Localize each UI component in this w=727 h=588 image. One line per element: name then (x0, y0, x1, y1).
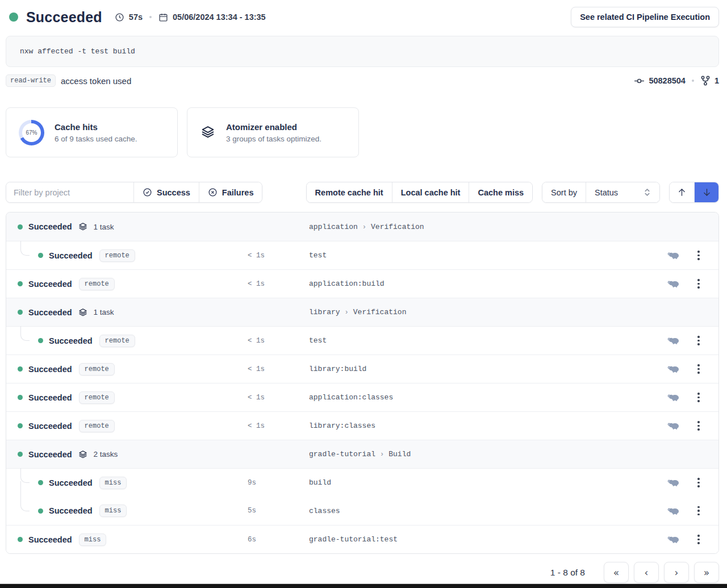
cache-progress-ring: 67% (19, 120, 44, 145)
task-duration: < 1s (248, 422, 309, 430)
task-duration: 6s (248, 536, 309, 544)
task-row[interactable]: Succeededremote< 1stest (6, 241, 718, 269)
row-menu-button[interactable] (687, 333, 711, 348)
separator-dot (149, 16, 152, 18)
filter-toolbar: Success Failures Remote cache hit Local … (6, 182, 719, 203)
prev-page-button[interactable]: ‹ (634, 562, 659, 583)
row-menu-button[interactable] (687, 504, 711, 518)
task-duration: < 1s (248, 365, 309, 373)
run-status-title: Succeeded (26, 9, 102, 26)
row-status-cell: Succeededmiss (18, 469, 248, 497)
run-meta: 57s 05/06/2024 13:34 - 13:35 (115, 12, 266, 22)
branch-count[interactable]: 1 (715, 76, 719, 85)
kebab-icon (695, 476, 702, 490)
sort-group: Sort by Status (542, 182, 660, 203)
cache-status-badge: remote (99, 335, 135, 347)
arrow-down-icon (702, 187, 712, 197)
cache-status-badge: remote (79, 363, 115, 376)
kebab-icon (695, 248, 702, 262)
gradle-icon[interactable] (659, 478, 687, 487)
row-status-cell: Succeededmiss (18, 526, 248, 553)
task-row[interactable]: Succeededremote< 1sapplication:build (6, 269, 718, 298)
status-dot (18, 423, 23, 428)
gradle-icon[interactable] (659, 280, 687, 288)
failures-label: Failures (222, 188, 254, 197)
task-row[interactable]: Succeededmiss5sclasses (6, 497, 718, 525)
gradle-icon[interactable] (659, 393, 687, 402)
gradle-icon[interactable] (659, 507, 687, 515)
cache-status-badge: remote (79, 391, 115, 404)
cache-miss-button[interactable]: Cache miss (469, 182, 532, 202)
vcs-info: 50828504 1 (634, 76, 719, 86)
access-token-badge: read-write (6, 74, 56, 87)
token-row: read-write access token used 50828504 1 (6, 74, 719, 87)
task-row[interactable]: Succeededmiss9sbuild (6, 468, 718, 497)
commit-sha[interactable]: 50828504 (649, 76, 686, 85)
target-name: Build (388, 450, 411, 458)
summary-cards: 67% Cache hits 6 of 9 tasks used cache. … (6, 107, 719, 157)
task-row[interactable]: Succeededremote< 1sapplication:classes (6, 383, 718, 411)
sort-status-select[interactable]: Status (586, 182, 659, 202)
card-subtitle: 6 of 9 tasks used cache. (55, 135, 137, 143)
remote-cache-hit-button[interactable]: Remote cache hit (307, 182, 392, 202)
atomizer-card[interactable]: Atomizer enabled 3 groups of tasks optim… (187, 107, 359, 157)
layers-icon (78, 449, 88, 460)
row-menu-button[interactable] (687, 476, 711, 490)
gradle-icon[interactable] (659, 251, 687, 260)
row-status-cell: Succeeded1 task (18, 212, 248, 241)
task-group-row[interactable]: Succeeded1 tasklibrary›Verification (6, 298, 718, 326)
task-duration: < 1s (248, 280, 309, 288)
row-status-cell: Succeededremote (18, 383, 248, 411)
status-dot (38, 480, 43, 485)
chevron-right-icon: › (345, 308, 349, 316)
task-name: build (309, 478, 659, 487)
local-cache-hit-button[interactable]: Local cache hit (392, 182, 469, 202)
layers-icon (200, 124, 216, 140)
row-status-cell: Succeededremote (18, 241, 248, 269)
next-page-button[interactable]: › (664, 562, 689, 583)
task-group-row[interactable]: Succeeded1 taskapplication›Verification (6, 212, 718, 241)
sort-ascending-button[interactable] (670, 182, 694, 202)
cache-hits-card[interactable]: 67% Cache hits 6 of 9 tasks used cache. (6, 107, 178, 157)
last-page-button[interactable]: » (694, 562, 719, 583)
layers-icon (78, 307, 88, 318)
status-label: Succeeded (49, 251, 93, 260)
row-menu-button[interactable] (687, 532, 711, 547)
task-row[interactable]: Succeededmiss6sgradle-tutorial:test (6, 525, 718, 553)
row-menu-button[interactable] (687, 362, 711, 376)
gradle-icon[interactable] (659, 422, 687, 430)
row-menu-button[interactable] (687, 248, 711, 262)
kebab-icon (695, 362, 702, 376)
status-label: Succeeded (28, 365, 72, 374)
row-status-cell: Succeeded1 task (18, 298, 248, 326)
kebab-icon (695, 333, 702, 348)
card-title: Cache hits (55, 122, 137, 132)
gradle-icon[interactable] (659, 535, 687, 544)
task-name: gradle-tutorial:test (309, 535, 659, 544)
sort-descending-button[interactable] (694, 182, 718, 202)
row-menu-button[interactable] (687, 277, 711, 291)
task-row[interactable]: Succeededremote< 1slibrary:classes (6, 411, 718, 440)
cache-status-badge: remote (99, 249, 135, 262)
filter-by-project-input[interactable] (6, 182, 133, 202)
task-count: 1 task (94, 223, 114, 231)
failures-filter-button[interactable]: Failures (199, 182, 262, 202)
gradle-icon[interactable] (659, 336, 687, 345)
task-name: test (309, 336, 659, 345)
see-related-pipeline-button[interactable]: See related CI Pipeline Execution (571, 7, 719, 27)
x-circle-icon (208, 187, 218, 197)
tree-connector (20, 327, 32, 355)
task-row[interactable]: Succeededremote< 1stest (6, 326, 718, 355)
project-name: library (309, 308, 340, 316)
bottom-bar (0, 583, 727, 588)
status-label: Succeeded (28, 308, 72, 317)
task-row[interactable]: Succeededremote< 1slibrary:build (6, 355, 718, 383)
command-box: nxw affected -t test build (6, 36, 719, 67)
row-menu-button[interactable] (687, 419, 711, 433)
first-page-button[interactable]: « (604, 562, 629, 583)
success-filter-button[interactable]: Success (133, 182, 199, 202)
task-group-row[interactable]: Succeeded2 tasksgradle-tutorial›Build (6, 440, 718, 468)
row-menu-button[interactable] (687, 390, 711, 404)
gradle-icon[interactable] (659, 365, 687, 373)
run-date-range: 05/06/2024 13:34 - 13:35 (173, 12, 266, 22)
